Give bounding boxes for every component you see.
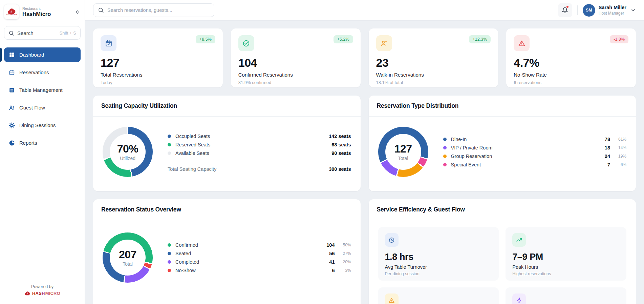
- stat-card-confirmed-reservations: +5.2% 104 Confirmed Reservations 81.9% c…: [231, 28, 361, 87]
- metric-card-alerts: [378, 287, 499, 304]
- legend-label: Occupied Seats: [175, 134, 329, 139]
- stat-subtext: Today: [101, 80, 215, 85]
- sidebar-item-label: Table Management: [19, 87, 63, 93]
- trending-up-icon: [512, 233, 526, 247]
- legend-value: 104: [315, 242, 335, 248]
- global-search-input[interactable]: [107, 7, 210, 13]
- sidebar-item-table-management[interactable]: Table Management: [4, 83, 81, 97]
- powered-by-label: Powered by: [0, 284, 85, 289]
- sidebar-item-dining-sessions[interactable]: Dining Sessions: [4, 118, 81, 133]
- search-icon: [8, 30, 14, 36]
- legend-value: 41: [315, 259, 335, 265]
- metric-card-avg-table-turnover: 1.8 hrs Avg Table Turnover Per dining se…: [378, 227, 499, 281]
- legend-row: Occupied Seats 142 seats: [168, 132, 351, 140]
- legend-label: VIP / Private Room: [451, 145, 590, 150]
- workspace-type: Restaurant: [22, 6, 71, 11]
- metric-label: Avg Table Turnover: [385, 264, 492, 270]
- legend-percent: 14%: [610, 145, 626, 150]
- avatar: SM: [583, 4, 595, 17]
- sidebar-item-label: Dashboard: [19, 52, 44, 58]
- stat-value: 104: [238, 56, 353, 69]
- legend-value: 56: [315, 251, 335, 256]
- sidebar-search-input[interactable]: [17, 30, 41, 36]
- stat-label: No-Show Rate: [514, 72, 628, 78]
- stat-subtext: 81.9% confirmed: [238, 80, 353, 85]
- legend-label: Reserved Seats: [175, 142, 331, 147]
- user-menu[interactable]: SM Sarah Miller Host Manager: [583, 4, 636, 17]
- legend-label: Group Reservation: [451, 154, 590, 159]
- panel-title: Service Efficiency & Guest Flow: [377, 206, 628, 213]
- seating-legend: Occupied Seats 142 seats Reserved Seats …: [168, 132, 351, 172]
- workspace-switcher[interactable]: # HASHMICRO Restaurant HashMicro: [0, 0, 85, 23]
- donut-center-value: 207: [119, 248, 136, 261]
- legend-row: Dine-In 78 61%: [443, 135, 627, 143]
- legend-row: Group Reservation 24 19%: [443, 152, 627, 160]
- chevron-down-icon: [630, 7, 636, 13]
- legend-label: Seated: [175, 251, 315, 256]
- legend-dot: [168, 143, 171, 146]
- reservation-status-donut-chart: 207 Total: [103, 232, 153, 283]
- search-icon: [98, 7, 104, 13]
- legend-dot: [168, 151, 171, 155]
- table-list-icon: [8, 87, 15, 93]
- legend-percent: 19%: [610, 154, 626, 159]
- donut-center-value: 127: [394, 143, 412, 155]
- legend-label: No-Show: [175, 268, 315, 273]
- legend-row: Special Event 7 6%: [443, 160, 627, 169]
- user-plus-icon: [376, 35, 392, 51]
- legend-value: 18: [590, 145, 610, 150]
- stat-label: Confirmed Reservations: [238, 72, 353, 78]
- panel-title: Seating Capacity Utilization: [101, 102, 352, 109]
- sidebar-item-label: Reports: [19, 140, 37, 146]
- footer-brand-hash: HASH: [32, 291, 45, 296]
- service-metrics-grid: 1.8 hrs Avg Table Turnover Per dining se…: [369, 220, 636, 304]
- logo-wordmark: HASHMICRO: [6, 14, 17, 16]
- svg-text:#: #: [27, 292, 28, 295]
- sidebar-search[interactable]: Shift + S: [4, 26, 81, 40]
- sidebar-item-dashboard[interactable]: Dashboard: [4, 47, 81, 62]
- legend-row: Available Seats 90 seats: [168, 149, 351, 157]
- top-bar-actions: SM Sarah Miller Host Manager: [558, 3, 636, 17]
- user-role: Host Manager: [599, 11, 626, 16]
- sidebar-footer: Powered by # HASH MICRO: [0, 280, 85, 304]
- dashboard-content: +8.5% 127 Total Reservations Today +5.2%…: [85, 21, 644, 304]
- metric-label: Peak Hours: [512, 264, 620, 270]
- legend-dot: [443, 138, 447, 141]
- legend-value: 7: [590, 162, 610, 167]
- trend-badge: +12.3%: [469, 35, 491, 43]
- svg-text:#: #: [10, 9, 13, 13]
- sidebar-item-label: Reservations: [19, 69, 49, 75]
- legend-value: 68 seats: [331, 142, 351, 147]
- total-value: 300 seats: [329, 166, 351, 172]
- legend-value: 78: [590, 137, 610, 142]
- stat-label: Total Reservations: [101, 72, 215, 78]
- reservation-type-donut-chart: 127 Total: [378, 127, 428, 177]
- legend-row: No-Show 6 3%: [168, 266, 351, 275]
- sidebar-item-reports[interactable]: Reports: [4, 136, 81, 150]
- guests-icon: [8, 105, 15, 111]
- sidebar-item-label: Dining Sessions: [19, 122, 56, 128]
- notifications-button[interactable]: [558, 3, 572, 17]
- sidebar-item-guest-flow[interactable]: Guest Flow: [4, 100, 81, 115]
- panel-reservation-status: Reservation Status Overview 207 Total Co…: [93, 199, 361, 304]
- panel-seating-capacity: Seating Capacity Utilization 70% Utilize…: [93, 96, 361, 191]
- clock-icon: [385, 233, 399, 247]
- legend-dot: [443, 155, 447, 158]
- global-search[interactable]: [93, 3, 214, 17]
- seating-donut-chart: 70% Utilized: [103, 127, 153, 177]
- stat-subtext: 18.1% of total: [376, 80, 491, 85]
- sidebar-item-reservations[interactable]: Reservations: [4, 65, 81, 80]
- dashboard-grid-icon: [8, 52, 15, 58]
- total-capacity-row: Total Seating Capacity 300 seats: [168, 166, 351, 172]
- stat-value: 4.7%: [514, 56, 628, 69]
- legend-row: Confirmed 104 50%: [168, 241, 351, 249]
- hashmicro-cloud-logo: # HASHMICRO: [4, 4, 19, 19]
- sidebar: # HASHMICRO Restaurant HashMicro Shift +…: [0, 0, 85, 304]
- legend-percent: 6%: [610, 162, 626, 167]
- stat-card-total-reservations: +8.5% 127 Total Reservations Today: [93, 28, 223, 87]
- panel-title: Reservation Status Overview: [101, 206, 352, 213]
- top-bar: SM Sarah Miller Host Manager: [85, 0, 644, 21]
- donut-center-label: Total: [123, 261, 133, 267]
- metric-value: 7–9 PM: [512, 252, 620, 262]
- metric-value: 1.8 hrs: [385, 252, 492, 262]
